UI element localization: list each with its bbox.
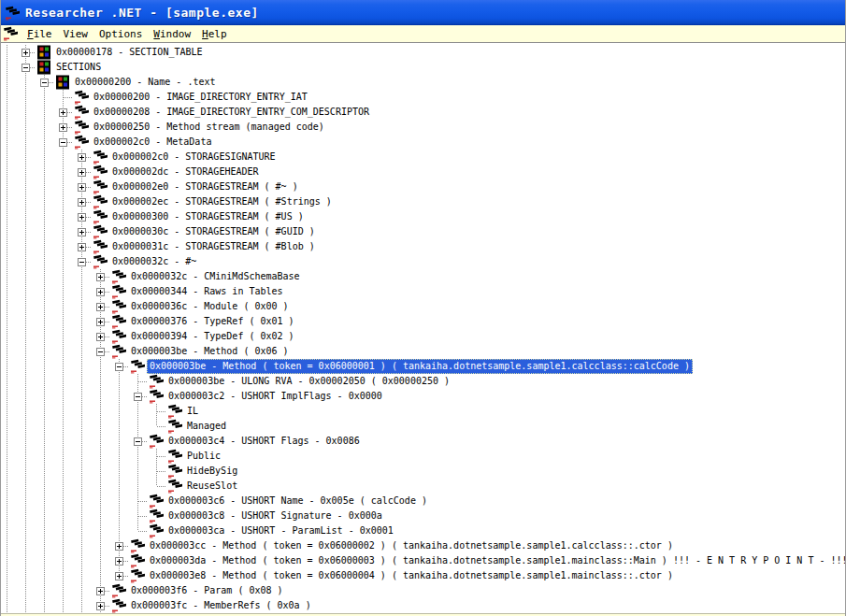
tree-guide-line	[138, 531, 148, 532]
tree-guide-line	[44, 194, 45, 209]
tree-node-label[interactable]: 0x00000208 - IMAGE_DIRECTORY_ENTRY_COM_D…	[91, 105, 372, 120]
tree-guide-line	[25, 314, 26, 329]
tree-guide-line	[7, 239, 7, 254]
tree-row: 0x0000032c - CMiniMdSchemaBase	[1, 269, 845, 284]
tree-node-label[interactable]: 0x0000030c - STORAGESTREAM ( #GUID )	[109, 224, 318, 239]
tree-node-label[interactable]: 0x000003c8 - USHORT Signature - 0x000a	[165, 509, 385, 523]
expander-plus-icon[interactable]	[115, 572, 123, 580]
tree-guide-line	[7, 165, 7, 179]
tree-node-label[interactable]: 0x000003be - Method ( 0x06 )	[128, 344, 292, 359]
menu-item-options[interactable]: Options	[93, 27, 148, 41]
tree-row: 0x00000300 - STORAGESTREAM ( #US )	[1, 209, 845, 224]
expander-plus-icon[interactable]	[59, 123, 67, 132]
expander-plus-icon[interactable]	[78, 243, 86, 251]
expander-plus-icon[interactable]	[96, 587, 105, 595]
tree-node-label[interactable]: 0x00000200 - Name - .text	[72, 75, 219, 90]
expander-plus-icon[interactable]	[78, 228, 86, 236]
expander-minus-icon[interactable]	[134, 437, 142, 446]
expander-plus-icon[interactable]	[96, 303, 105, 311]
tree-guide-line	[81, 464, 82, 479]
expander-plus-icon[interactable]	[22, 49, 30, 57]
tree-node-label[interactable]: SECTIONS	[53, 60, 104, 75]
tree-row: 0x000003c6 - USHORT Name - 0x005e ( calc…	[1, 494, 845, 509]
menu-item-window[interactable]: Window	[148, 27, 196, 41]
expander-plus-icon[interactable]	[96, 273, 105, 281]
expander-minus-icon[interactable]	[134, 393, 142, 401]
tree-guide-line	[7, 464, 7, 479]
tree-guide-line	[25, 329, 26, 344]
menu-item-view[interactable]: View	[58, 27, 94, 41]
expander-minus-icon[interactable]	[22, 64, 30, 72]
expander-minus-icon[interactable]	[78, 258, 86, 266]
expander-plus-icon[interactable]	[78, 168, 86, 177]
tree-node-label[interactable]: 0x00000300 - STORAGESTREAM ( #US )	[109, 209, 307, 224]
tree-node-label[interactable]: 0x000003f6 - Param ( 0x08 )	[128, 583, 286, 598]
tree-node-label[interactable]: HideBySig	[184, 464, 240, 479]
tree-node-label[interactable]: 0x000002c0 - MetaData	[91, 135, 214, 150]
logo-icon	[130, 553, 145, 568]
tree-node-label[interactable]: 0x0000032c - CMiniMdSchemaBase	[128, 269, 303, 284]
tree-guide-line	[44, 419, 45, 434]
tree-node-label[interactable]: 0x000003be - ULONG RVA - 0x00002050 ( 0x…	[165, 374, 452, 389]
expander-plus-icon[interactable]	[96, 602, 105, 610]
expander-plus-icon[interactable]	[59, 108, 67, 117]
expander-plus-icon[interactable]	[115, 557, 123, 566]
mdi-child-icon[interactable]	[3, 26, 18, 41]
tree-node-label[interactable]: 0x000002c0 - STORAGESIGNATURE	[109, 150, 279, 165]
tree-guide-line	[44, 209, 45, 224]
tree-node-label[interactable]: 0x000002e0 - STORAGESTREAM ( #~ )	[109, 179, 301, 194]
tree-guide-line	[156, 449, 157, 456]
tree-node-label[interactable]: 0x000003ca - USHORT - ParamList - 0x0001	[165, 523, 396, 538]
tree-guide-line	[7, 523, 7, 538]
expander-minus-icon[interactable]	[96, 348, 105, 356]
tree-node-label[interactable]: 0x000002dc - STORAGEHEADER	[109, 165, 262, 179]
tree-node-label[interactable]: Managed	[184, 419, 229, 434]
expander-minus-icon[interactable]	[115, 363, 123, 371]
tree-guide-line	[63, 598, 64, 613]
tree-guide-line	[25, 359, 26, 374]
tree-node-label[interactable]: 0x000003cc - Method ( token = 0x06000002…	[147, 538, 676, 553]
tree-guide-line	[7, 105, 7, 120]
tree-guide-line	[100, 404, 101, 419]
expander-plus-icon[interactable]	[78, 153, 86, 162]
menu-item-help[interactable]: Help	[196, 27, 233, 41]
tree-node-label[interactable]: 0x00000376 - TypeRef ( 0x01 )	[128, 314, 297, 329]
tree-node-label[interactable]: 0x00000250 - Method stream (managed code…	[91, 120, 327, 135]
tree-node-label[interactable]: 0x000003be - Method ( token = 0x06000001…	[147, 359, 693, 374]
tree-node-label[interactable]: 0x00000178 - SECTION_TABLE	[53, 45, 206, 60]
expander-plus-icon[interactable]	[78, 183, 86, 192]
tree-node-label[interactable]: 0x0000032c - #~	[109, 254, 199, 269]
tree-node-label[interactable]: ReuseSlot	[184, 479, 240, 494]
expander-plus-icon[interactable]	[96, 318, 105, 326]
tree-node-label[interactable]: 0x000003c2 - USHORT ImplFlags - 0x0000	[165, 389, 385, 404]
tree-guide-line	[44, 284, 45, 299]
tree-guide-line	[119, 479, 120, 494]
metadata-tree-view[interactable]: 0x00000178 - SECTION_TABLESECTIONS0x0000…	[1, 43, 845, 613]
tree-node-label[interactable]: 0x000002ec - STORAGESTREAM ( #Strings )	[109, 194, 335, 209]
tree-guide-line	[138, 501, 148, 502]
tree-node-label[interactable]: 0x000003da - Method ( token = 0x06000003…	[147, 553, 845, 568]
tree-node-label[interactable]: 0x000003c6 - USHORT Name - 0x005e ( calc…	[165, 494, 430, 509]
expander-plus-icon[interactable]	[96, 288, 105, 296]
tree-node-label[interactable]: 0x00000394 - TypeDef ( 0x02 )	[128, 329, 297, 344]
tree-node-label[interactable]: 0x000003c4 - USHORT Flags - 0x0086	[165, 434, 363, 449]
title-bar[interactable]: Researcher .NET - [sample.exe]	[1, 0, 845, 25]
menu-item-file[interactable]: File	[22, 27, 58, 41]
expander-plus-icon[interactable]	[78, 213, 86, 222]
tree-node-label[interactable]: 0x00000200 - IMAGE_DIRECTORY_ENTRY_IAT	[91, 90, 310, 105]
tree-node-label[interactable]: Public	[184, 449, 223, 464]
tree-node-label[interactable]: 0x0000031c - STORAGESTREAM ( #Blob )	[109, 239, 318, 254]
tree-node-label[interactable]: IL	[184, 404, 201, 419]
app-logo-icon[interactable]	[5, 6, 20, 21]
tree-node-label[interactable]: 0x00000344 - Raws in Tables	[128, 284, 286, 299]
tree-node-label[interactable]: 0x0000036c - Module ( 0x00 )	[128, 299, 292, 314]
expander-plus-icon[interactable]	[96, 333, 105, 341]
expander-minus-icon[interactable]	[59, 138, 67, 147]
logo-icon	[149, 389, 164, 404]
expander-plus-icon[interactable]	[115, 542, 123, 551]
tree-guide-line	[25, 494, 26, 509]
expander-minus-icon[interactable]	[40, 79, 49, 87]
tree-node-label[interactable]: 0x000003e8 - Method ( token = 0x06000004…	[147, 568, 676, 583]
expander-plus-icon[interactable]	[78, 198, 86, 207]
tree-node-label[interactable]: 0x000003fc - MemberRefs ( 0x0a )	[128, 598, 314, 613]
